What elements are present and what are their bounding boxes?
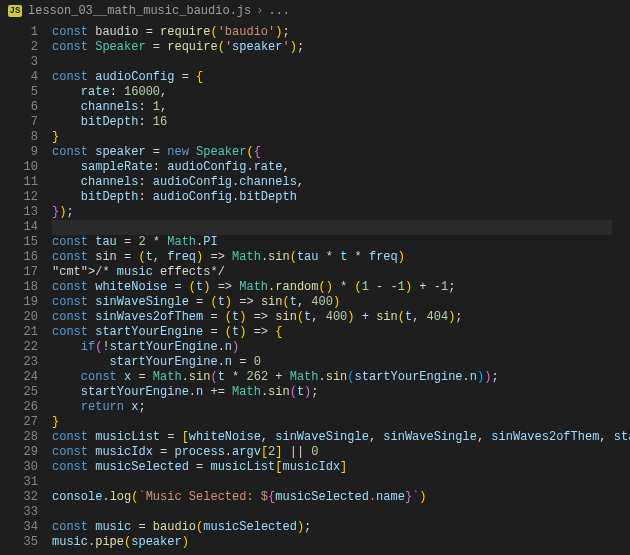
code-line[interactable]: } <box>52 130 612 145</box>
code-line[interactable]: console.log(`Music Selected: ${musicSele… <box>52 490 612 505</box>
code-line[interactable]: const startYourEngine = (t) => { <box>52 325 612 340</box>
line-number: 1 <box>0 25 38 40</box>
code-line[interactable]: } <box>52 415 612 430</box>
line-number: 2 <box>0 40 38 55</box>
code-line[interactable]: const tau = 2 * Math.PI <box>52 235 612 250</box>
code-line[interactable]: bitDepth: audioConfig.bitDepth <box>52 190 612 205</box>
filename-crumb[interactable]: lesson_03__math_music_baudio.js <box>28 4 251 19</box>
line-number: 20 <box>0 310 38 325</box>
code-line[interactable]: rate: 16000, <box>52 85 612 100</box>
line-number: 13 <box>0 205 38 220</box>
line-number: 32 <box>0 490 38 505</box>
line-number: 4 <box>0 70 38 85</box>
code-line[interactable]: const musicList = [whiteNoise, sinWaveSi… <box>52 430 612 445</box>
line-number: 35 <box>0 535 38 550</box>
line-number: 5 <box>0 85 38 100</box>
code-area[interactable]: const baudio = require('baudio');const S… <box>52 25 612 550</box>
code-line[interactable]: const musicIdx = process.argv[2] || 0 <box>52 445 612 460</box>
line-number: 21 <box>0 325 38 340</box>
line-number: 22 <box>0 340 38 355</box>
code-line[interactable]: const speaker = new Speaker({ <box>52 145 612 160</box>
chevron-right-icon: › <box>256 4 263 19</box>
line-number: 26 <box>0 400 38 415</box>
line-number: 12 <box>0 190 38 205</box>
line-number: 28 <box>0 430 38 445</box>
line-number: 30 <box>0 460 38 475</box>
line-number-gutter: 1234567891011121314151617181920212223242… <box>0 25 52 550</box>
code-line[interactable]: channels: 1, <box>52 100 612 115</box>
line-number: 18 <box>0 280 38 295</box>
code-line[interactable] <box>52 55 612 70</box>
code-line[interactable]: const Speaker = require('speaker'); <box>52 40 612 55</box>
line-number: 8 <box>0 130 38 145</box>
line-number: 33 <box>0 505 38 520</box>
code-editor[interactable]: 1234567891011121314151617181920212223242… <box>0 23 630 550</box>
code-line[interactable]: const sinWaveSingle = (t) => sin(t, 400) <box>52 295 612 310</box>
line-number: 25 <box>0 385 38 400</box>
line-number: 6 <box>0 100 38 115</box>
code-line[interactable]: const musicSelected = musicList[musicIdx… <box>52 460 612 475</box>
code-line[interactable]: channels: audioConfig.channels, <box>52 175 612 190</box>
line-number: 11 <box>0 175 38 190</box>
line-number: 3 <box>0 55 38 70</box>
breadcrumb-tail: ... <box>268 4 290 19</box>
code-line[interactable]: return x; <box>52 400 612 415</box>
breadcrumb: JS lesson_03__math_music_baudio.js › ... <box>0 0 630 23</box>
line-number: 19 <box>0 295 38 310</box>
code-line[interactable]: const sin = (t, freq) => Math.sin(tau * … <box>52 250 612 265</box>
line-number: 34 <box>0 520 38 535</box>
code-line[interactable]: const music = baudio(musicSelected); <box>52 520 612 535</box>
line-number: 9 <box>0 145 38 160</box>
line-number: 23 <box>0 355 38 370</box>
code-line[interactable]: const audioConfig = { <box>52 70 612 85</box>
line-number: 24 <box>0 370 38 385</box>
code-line[interactable]: bitDepth: 16 <box>52 115 612 130</box>
code-line[interactable]: const x = Math.sin(t * 262 + Math.sin(st… <box>52 370 612 385</box>
js-file-icon: JS <box>8 5 22 17</box>
code-line[interactable]: music.pipe(speaker) <box>52 535 612 550</box>
line-number: 16 <box>0 250 38 265</box>
code-line[interactable]: sampleRate: audioConfig.rate, <box>52 160 612 175</box>
code-line[interactable]: const whiteNoise = (t) => Math.random() … <box>52 280 612 295</box>
code-line[interactable]: startYourEngine.n += Math.sin(t); <box>52 385 612 400</box>
code-line[interactable]: if(!startYourEngine.n) <box>52 340 612 355</box>
code-line[interactable]: const baudio = require('baudio'); <box>52 25 612 40</box>
line-number: 10 <box>0 160 38 175</box>
code-line[interactable] <box>52 220 612 235</box>
line-number: 14 <box>0 220 38 235</box>
code-line[interactable]: startYourEngine.n = 0 <box>52 355 612 370</box>
code-line[interactable]: "cmt">/* music effects*/ <box>52 265 612 280</box>
line-number: 29 <box>0 445 38 460</box>
code-line[interactable]: }); <box>52 205 612 220</box>
line-number: 15 <box>0 235 38 250</box>
line-number: 7 <box>0 115 38 130</box>
line-number: 31 <box>0 475 38 490</box>
code-line[interactable] <box>52 475 612 490</box>
code-line[interactable]: const sinWaves2ofThem = (t) => sin(t, 40… <box>52 310 612 325</box>
line-number: 17 <box>0 265 38 280</box>
line-number: 27 <box>0 415 38 430</box>
code-line[interactable] <box>52 505 612 520</box>
